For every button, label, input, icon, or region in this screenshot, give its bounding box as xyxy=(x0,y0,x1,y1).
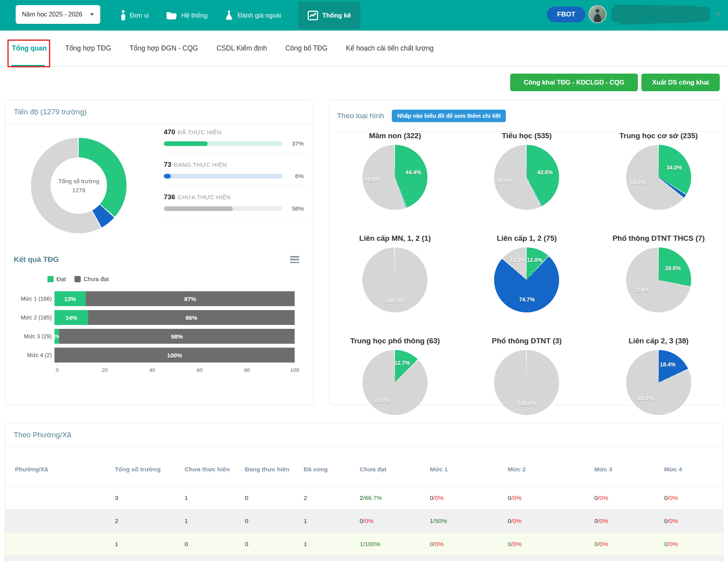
table-cell: 0/0% xyxy=(508,487,522,509)
by-type-panel: Theo loại hình Nhấp vào biểu đồ để xem t… xyxy=(329,100,725,405)
pie-chart[interactable]: 42.6%56.8% xyxy=(494,145,559,210)
pie-title: Trung học cơ sở (235) xyxy=(619,132,698,140)
fbot-button[interactable]: FBOT xyxy=(547,7,585,22)
nav-item-3[interactable]: Đánh giá ngoài xyxy=(225,0,281,31)
table-cell: 3 xyxy=(115,487,118,509)
pie-title: Liên cấp 1, 2 (75) xyxy=(497,234,557,243)
table-cell: 0 xyxy=(245,487,248,509)
nav-item-4[interactable]: Thống kê xyxy=(298,2,360,29)
bar-pass-segment: 14% xyxy=(54,310,88,325)
pie-slice-label: 100.0% xyxy=(518,400,536,406)
plot-top-line xyxy=(57,289,295,290)
table-row-1[interactable]: 31022/66.7%0/0%0/0%0/0%0/0% xyxy=(5,486,723,509)
publish-button[interactable]: Công khai TĐG - KDCLGD - CQG xyxy=(510,74,638,91)
cell-percent: /0% xyxy=(598,541,608,547)
column-header: Phường/Xã xyxy=(15,453,101,486)
table-cell: 0/0% xyxy=(594,510,608,532)
table-cell: 1/100% xyxy=(360,533,380,556)
info-icon xyxy=(121,10,126,21)
cell-percent: /66.7% xyxy=(363,494,382,501)
table-cell: 0/0% xyxy=(360,510,373,532)
tab-3[interactable]: Tổng hợp ĐGN - CQG xyxy=(130,44,198,52)
results-title: Kết quả TĐG xyxy=(14,255,59,264)
pie-slice-label: 34.0% xyxy=(666,164,682,171)
bar-fail-segment: 100% xyxy=(54,348,295,363)
progress-percent: 58% xyxy=(287,205,304,212)
ward-table-header: Phường/XãTổng số trườngChưa thực hiệnĐan… xyxy=(5,453,723,486)
school-year-label: Năm học 2025 - 2026 xyxy=(22,11,82,18)
pie-chart[interactable]: 18.4%81.6% xyxy=(626,350,691,415)
legend-swatch xyxy=(47,276,54,282)
pie-chart[interactable]: 100.0% xyxy=(494,350,559,415)
bar-pass-segment: 13% xyxy=(54,291,86,306)
cell-percent: /50% xyxy=(433,518,447,524)
nav-item-2[interactable]: Hệ thống xyxy=(166,0,207,31)
pie-chart[interactable]: 12.7%87.3% xyxy=(362,350,427,415)
table-row-3[interactable]: 10011/100%0/0%0/0%0/0%0/0% xyxy=(5,532,723,556)
bar-segments: 100% xyxy=(54,348,295,363)
tab-4[interactable]: CSDL Kiểm định xyxy=(216,44,267,52)
bar-segments: 13%87% xyxy=(54,291,295,306)
cell-percent: /0% xyxy=(433,494,444,501)
school-year-select[interactable]: Năm học 2025 - 2026 xyxy=(16,5,100,24)
cell-count: 0 xyxy=(508,494,511,501)
pie-chart[interactable]: 100.0% xyxy=(362,247,427,312)
cell-percent: /0% xyxy=(668,494,678,501)
axis-tick: 0 xyxy=(56,367,59,373)
column-header: Đã xong xyxy=(304,453,347,486)
cell-percent: /0% xyxy=(598,494,608,501)
chart-icon xyxy=(308,11,318,20)
pie-slice-label: 81.6% xyxy=(638,395,654,401)
column-header: Tổng số trường xyxy=(115,453,174,486)
pie-chart[interactable]: 12.0%74.7%13.3% xyxy=(494,247,559,312)
pie-slice-label: 18.4% xyxy=(660,361,675,368)
cell-count: 0 xyxy=(360,518,363,524)
pie-chart[interactable]: 44.4%55.0% xyxy=(362,145,427,210)
user-menu-caret-icon[interactable] xyxy=(715,13,720,16)
bar-category-label: Mức 2 (185) xyxy=(14,310,54,325)
progress-row-1: 470ĐÃ THỰC HIỆN37% xyxy=(164,128,307,153)
export-button[interactable]: Xuất DS công khai xyxy=(641,74,720,91)
pie-title: Tiểu học (535) xyxy=(502,132,552,140)
column-header: Chưa đạt xyxy=(360,453,422,486)
progress-row-bar: 6% xyxy=(164,173,307,179)
chevron-down-icon xyxy=(90,13,94,16)
bar-category-label: Mức 4 (2) xyxy=(14,348,54,363)
active-tab-underline xyxy=(11,65,45,66)
pie-chart[interactable]: 28.6%71.4% xyxy=(626,247,691,312)
nav-item-label: Hệ thống xyxy=(181,12,207,19)
results-legend: ĐạtChưa đạt xyxy=(47,276,109,283)
tab-1[interactable]: Tổng quan xyxy=(12,44,47,52)
pie-cell-8: Phổ thông DTNT (3)100.0% xyxy=(461,337,592,415)
pie-slice-label: 44.4% xyxy=(406,169,421,175)
table-cell: 1 xyxy=(185,487,188,509)
axis-tick: 40 xyxy=(149,367,155,373)
pie-cell-2: Tiểu học (535)42.6%56.8% xyxy=(461,132,592,210)
legend-item: Đạt xyxy=(47,276,66,283)
nav-item-1[interactable]: Đơn vị xyxy=(121,0,148,31)
avatar[interactable] xyxy=(589,5,607,23)
tab-5[interactable]: Công bố TĐG xyxy=(285,44,328,52)
legend-item: Chưa đạt xyxy=(74,276,109,283)
column-header: Mức 3 xyxy=(594,453,657,486)
by-type-header: Theo loại hình Nhấp vào biểu đồ để xem t… xyxy=(329,100,724,132)
table-cell: 0 xyxy=(245,510,248,532)
progress-percent: 37% xyxy=(287,140,304,147)
legend-label: Đạt xyxy=(56,276,66,283)
table-row-2[interactable]: 21010/0%1/50%0/0%0/0%0/0% xyxy=(5,509,723,532)
main-nav: Đơn vịHệ thốngĐánh giá ngoàiThống kê xyxy=(121,0,360,31)
dashboard-page: Năm học 2025 - 2026 Đơn vịHệ thốngĐánh g… xyxy=(0,0,728,561)
nav-item-label: Đơn vị xyxy=(130,12,148,19)
pie-title: Phổ thông DTNT (3) xyxy=(492,337,561,345)
tab-6[interactable]: Kế hoạch cải tiến chất lượng xyxy=(346,44,434,52)
tab-2[interactable]: Tổng hợp TĐG xyxy=(65,44,111,52)
pie-chart[interactable]: 34.0%63.8% xyxy=(626,145,691,210)
bar-chart-axis: 020406080100 xyxy=(57,366,295,375)
legend-label: Chưa đạt xyxy=(83,276,109,283)
table-cell: 1/50% xyxy=(430,510,447,532)
chart-menu-icon[interactable] xyxy=(290,256,299,263)
table-cell: 2/66.7% xyxy=(360,487,382,509)
bar-row-2: Mức 2 (185)14%86% xyxy=(14,310,295,325)
axis-tick: 60 xyxy=(197,367,203,373)
cell-count: 0 xyxy=(594,494,598,501)
